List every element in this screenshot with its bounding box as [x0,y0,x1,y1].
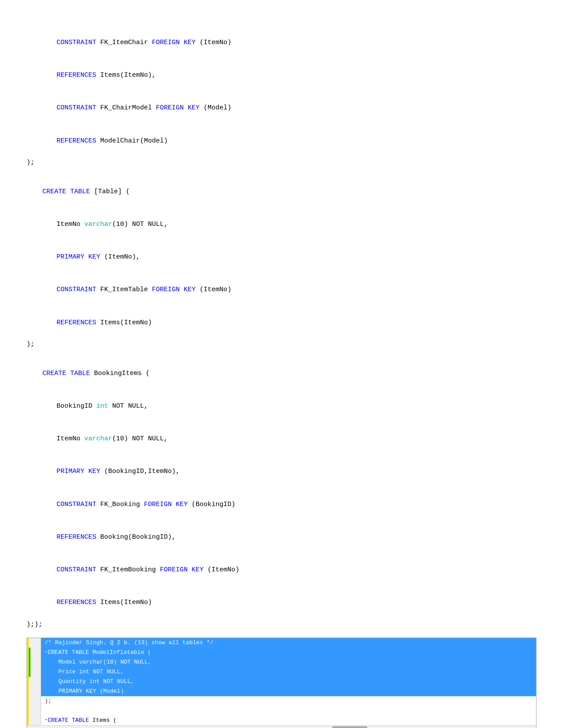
code-line: CONSTRAINT FK_Booking FOREIGN KEY (Booki… [26,488,537,521]
sql-editor-panel[interactable]: /* Rajinder Singh. Q 2 b. (13) show all … [26,638,537,728]
scrollbar-thumb[interactable] [332,726,367,728]
top-code-block: CONSTRAINT FK_ItemChair FOREIGN KEY (Ite… [26,26,537,169]
editor-gutter [27,638,41,725]
code-line: REFERENCES Items(ItemNo) [26,587,537,619]
code-line: CONSTRAINT FK_ItemChair FOREIGN KEY (Ite… [26,26,537,59]
editor-line-8 [41,706,536,716]
code-line: REFERENCES Booking(BookingID), [26,521,537,554]
editor-line-3: Model varchar(10) NOT NULL, [41,657,536,667]
code-line: REFERENCES Items(ItemNo) [26,307,537,339]
code-line: ); [26,158,537,169]
create-table-block: CREATE TABLE [Table] ( ItemNo varchar(10… [26,176,537,350]
code-line: REFERENCES Items(ItemNo), [26,59,537,92]
editor-line-9: ⁃CREATE TABLE Items ( [41,716,536,725]
editor-line-1: /* Rajinder Singh. Q 2 b. (13) show all … [41,638,536,648]
editor-line-6: PRIMARY KEY (Model) [41,687,536,696]
code-line: CONSTRAINT FK_ItemTable FOREIGN KEY (Ite… [26,274,537,307]
editor-lines[interactable]: /* Rajinder Singh. Q 2 b. (13) show all … [41,638,536,725]
editor-line-2: ⁃CREATE TABLE ModelInflatable ( [41,648,536,657]
horizontal-scrollbar[interactable] [27,725,536,728]
code-line: CONSTRAINT FK_ChairModel FOREIGN KEY (Mo… [26,92,537,125]
editor-line-7: ); [41,696,536,706]
editor-line-5: Quantity int NOT NULL, [41,677,536,687]
code-line: PRIMARY KEY (BookingID,ItemNo), [26,456,537,488]
editor-line-4: Price int NOT NULL, [41,667,536,677]
code-line: BookingID int NOT NULL, [26,390,537,423]
code-line: REFERENCES ModelChair(Model) [26,125,537,158]
code-line: CONSTRAINT FK_ItemBooking FOREIGN KEY (I… [26,554,537,586]
code-line: ItemNo varchar(10) NOT NULL, [26,423,537,455]
code-line: );); [26,619,537,630]
code-line: ); [26,339,537,350]
code-line: CREATE TABLE [Table] ( [26,176,537,208]
code-line: PRIMARY KEY (ItemNo), [26,241,537,274]
code-line: ItemNo varchar(10) NOT NULL, [26,208,537,241]
create-booking-block: CREATE TABLE BookingItems ( BookingID in… [26,357,537,630]
code-line: CREATE TABLE BookingItems ( [26,357,537,390]
